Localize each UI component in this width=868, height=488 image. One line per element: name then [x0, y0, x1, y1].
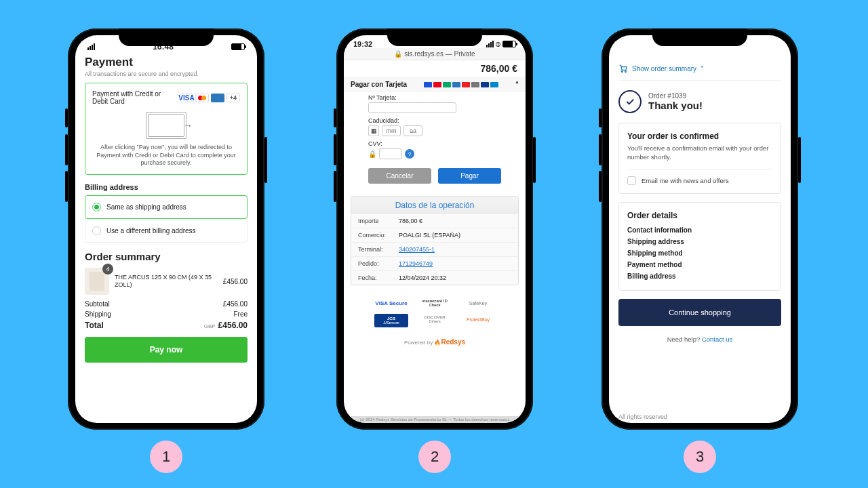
- cvv-help-icon[interactable]: ?: [405, 149, 414, 159]
- payment-method-box[interactable]: Payment with Credit or Debit Card VISA +…: [85, 83, 248, 175]
- order-confirmed-box: Your order is confirmed You'll receive a…: [618, 123, 781, 194]
- total-amount: 786,00 €: [344, 60, 526, 77]
- billing-different-radio[interactable]: Use a different billing address: [85, 220, 247, 242]
- op-row: Comercio:POALGI SL (ESPAÑA): [351, 228, 518, 243]
- op-row: Importe786,00 €: [351, 214, 518, 228]
- phone-2: 19:32 ⦶ 🔒 sis.redsys.es — Private 786,00…: [336, 28, 533, 430]
- redirect-note: After clicking "Pay now", you will be re…: [92, 144, 240, 167]
- product-name: THE ARCUS 125 X 90 CM (49 X 35 ZOLL): [115, 274, 218, 289]
- cancel-button[interactable]: Cancelar: [368, 168, 431, 184]
- card-brand-icons: VISA +4: [180, 94, 240, 102]
- product-thumbnail: 4: [85, 268, 109, 295]
- step-badge-3: 3: [684, 441, 716, 473]
- rights-text: All rights reserved: [618, 413, 667, 420]
- detail-item: Shipping method: [627, 247, 772, 259]
- order-summary-heading: Order summary: [85, 251, 248, 262]
- billing-same-radio[interactable]: Same as shipping address: [85, 196, 247, 218]
- thank-you-heading: Thank you!: [648, 100, 703, 111]
- help-line: Need help? Contact us: [618, 336, 781, 343]
- operation-title: Datos de la operación: [351, 197, 518, 214]
- order-details-box: Order details Contact informationShippin…: [618, 202, 781, 291]
- phone-1: 16:48 Payment All transactions are secur…: [68, 28, 264, 430]
- detail-item: Shipping address: [627, 236, 772, 247]
- detail-item: Billing address: [627, 270, 772, 282]
- step-badge-1: 1: [150, 441, 182, 473]
- success-check-icon: [618, 90, 642, 113]
- battery-icon: [502, 41, 516, 47]
- order-line-item: 4 THE ARCUS 125 X 90 CM (49 X 35 ZOLL) £…: [85, 268, 248, 295]
- continue-shopping-button[interactable]: Continue shopping: [618, 299, 781, 326]
- checkbox-icon[interactable]: [627, 176, 636, 185]
- wifi-icon: ⦶: [496, 39, 500, 48]
- op-row: Pedido:1712946749: [351, 257, 518, 271]
- pay-card-accordion[interactable]: Pagar con Tarjeta ˄: [344, 77, 526, 92]
- operation-details-box: Datos de la operación Importe786,00 €Com…: [351, 196, 519, 285]
- visa-icon: VISA: [180, 94, 193, 102]
- page-title: Payment: [85, 56, 248, 69]
- card-number-label: Nº Tarjeta:: [368, 94, 519, 101]
- expiry-month-input[interactable]: [382, 125, 401, 136]
- card-logos-strip: [424, 82, 498, 87]
- mastercard-icon: [195, 94, 209, 102]
- more-cards-badge: +4: [226, 94, 240, 102]
- pay-now-button[interactable]: Pay now: [85, 337, 248, 363]
- expiry-year-input[interactable]: [403, 125, 422, 136]
- chevron-up-icon: ˄: [515, 81, 519, 88]
- pay-button[interactable]: Pagar: [438, 168, 501, 184]
- signal-icon: [486, 41, 494, 47]
- op-row: Terminal:340207455-1: [351, 243, 518, 257]
- cart-icon: [618, 64, 628, 73]
- billing-heading: Billing address: [85, 183, 248, 191]
- card-number-input[interactable]: [368, 102, 456, 113]
- signal-icon: [87, 43, 95, 50]
- browser-url-bar[interactable]: 🔒 sis.redsys.es — Private: [344, 48, 526, 60]
- detail-item: Payment method: [627, 259, 772, 270]
- product-price: £456.00: [223, 278, 248, 285]
- step-badge-2: 2: [418, 441, 451, 473]
- expiry-label: Caducidad:: [368, 117, 519, 124]
- battery-icon: [231, 43, 245, 50]
- order-number: Order #1039: [648, 92, 703, 100]
- calendar-icon: ▦: [368, 125, 379, 136]
- order-summary-toggle[interactable]: Show order summary ˅: [618, 56, 781, 81]
- status-time: 19:32: [353, 40, 372, 48]
- cvv-input[interactable]: [379, 148, 402, 159]
- secure-note: All transactions are secure and encrypte…: [85, 70, 248, 77]
- newsletter-checkbox-row[interactable]: Email me with news and offers: [627, 169, 772, 185]
- phone-3: Show order summary ˅ Order #1039 Thank y…: [601, 28, 798, 430]
- lock-icon: 🔒: [368, 150, 376, 158]
- payment-method-label: Payment with Credit or Debit Card: [92, 90, 167, 105]
- powered-by: Powered by 🔥Redsys: [344, 338, 526, 346]
- contact-us-link[interactable]: Contact us: [702, 336, 732, 343]
- op-row: Fecha:12/04/2024 20:32: [351, 271, 518, 285]
- details-list: Contact informationShipping addressShipp…: [627, 224, 772, 282]
- op-rows: Importe786,00 €Comercio:POALGI SL (ESPAÑ…: [351, 214, 518, 285]
- chevron-down-icon: ˅: [701, 65, 704, 73]
- amex-icon: [211, 94, 224, 102]
- svg-point-1: [625, 71, 627, 73]
- security-logos: VISA Secure mastercard ID Check SafeKey …: [344, 291, 526, 334]
- footer-copyright: (c) 2024 Redsys Servicios de Procesamien…: [344, 416, 526, 423]
- detail-item: Contact information: [627, 224, 772, 236]
- redirect-window-icon: →: [146, 112, 186, 139]
- cvv-label: CVV:: [368, 140, 519, 147]
- svg-point-0: [621, 71, 623, 73]
